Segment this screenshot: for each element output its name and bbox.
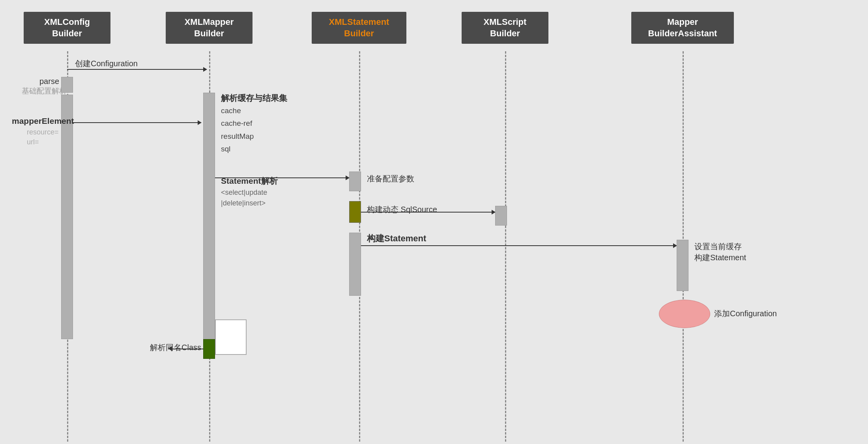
arrow-mapper-element [73, 122, 201, 123]
label-build-stmt-mapper: 构建Statement [694, 252, 746, 263]
label-cache: cache [221, 106, 241, 115]
label-cache-ref: cache-ref [221, 119, 252, 127]
header-xmlscript-line1: XMLScript [484, 17, 527, 27]
label-set-cache: 设置当前缓存 [694, 241, 742, 252]
header-xmlscript-line2: Builder [490, 28, 520, 38]
actbar-xmlstatement-main [349, 233, 361, 296]
label-result-map: resultMap [221, 132, 254, 140]
header-xmlstatement-line2: Builder [344, 28, 374, 38]
label-mapper-element: mapperElement [12, 116, 74, 126]
arrow-parse-class [170, 349, 203, 349]
label-url: url= [27, 138, 39, 146]
arrow-prepare-params [215, 177, 349, 178]
header-xmlscript: XMLScript Builder [462, 12, 548, 44]
header-mapperbuilder-line1: Mapper [667, 17, 698, 27]
label-statement-tags: <select|update|delete|insert> [221, 187, 267, 209]
arrow-parse-class-head [168, 346, 172, 351]
actbar-xmlstatement-olive [349, 201, 361, 223]
label-parse-class: 解析同名Class [150, 342, 201, 353]
header-xmlstatement-line1: XMLStatement [329, 17, 389, 27]
header-xmlstatement: XMLStatement Builder [312, 12, 406, 44]
actbar-dark-green [203, 339, 215, 359]
header-xmlconfig: XMLConfig Builder [24, 12, 110, 44]
arrow-create-config [67, 69, 207, 70]
header-xmlmapper-line1: XMLMapper [185, 17, 234, 27]
diagram-container: XMLConfig Builder XMLMapper Builder XMLS… [0, 0, 868, 444]
return-loop-box [215, 319, 247, 355]
arrow-build-stmt-to-mapper [361, 245, 677, 246]
header-xmlmapper: XMLMapper Builder [166, 12, 253, 44]
oval-add-config [659, 300, 710, 328]
actbar-xmlscript-build [495, 206, 507, 226]
label-prepare-params: 准备配置参数 [367, 173, 414, 184]
label-base-config: 基础配置解析 [22, 86, 67, 96]
header-xmlconfig-line2: Builder [52, 28, 82, 38]
actbar-mapper-main [677, 240, 688, 291]
label-parse: parse [39, 77, 59, 86]
header-xmlmapper-line2: Builder [194, 28, 224, 38]
parse-activation [61, 77, 73, 93]
lifeline-xmlscript [505, 51, 506, 442]
actbar-xmlstatement-prepare [349, 172, 361, 191]
label-resource: resource= [27, 128, 59, 136]
label-add-config: 添加Configuration [714, 308, 777, 319]
header-mapperbuilder: Mapper BuilderAssistant [631, 12, 734, 44]
label-build-statement: 构建Statement [367, 233, 426, 244]
arrow-build-dynamic [361, 212, 495, 213]
label-build-dynamic: 构建动态 SqlSource [367, 204, 437, 215]
label-create-config: 创建Configuration [75, 58, 138, 69]
actbar-xmlconfig-main [61, 95, 73, 339]
label-sql: sql [221, 145, 230, 153]
actbar-xmlmapper-main [203, 93, 215, 353]
label-cache-items: cache cache-ref resultMap sql [221, 104, 254, 155]
header-mapperbuilder-line2: BuilderAssistant [648, 28, 717, 38]
label-parse-cache-title: 解析缓存与结果集 [221, 93, 287, 104]
header-xmlconfig-line1: XMLConfig [44, 17, 90, 27]
